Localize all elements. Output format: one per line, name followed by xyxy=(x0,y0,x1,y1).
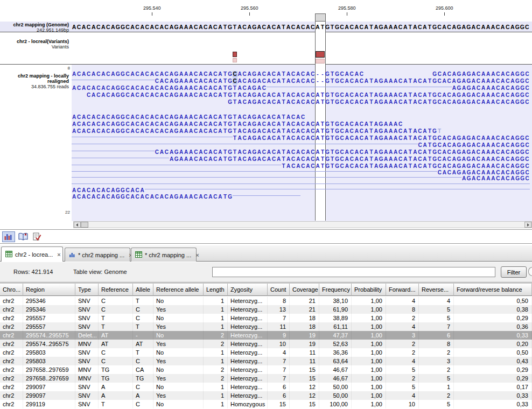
cell-probability[interactable]: 1,00 xyxy=(352,357,386,365)
read-row[interactable]: AGACAAACACAGGC xyxy=(461,174,530,181)
cell-count[interactable]: 6 xyxy=(268,391,290,400)
cell-chromosome[interactable]: chr2 xyxy=(0,383,23,391)
table-row[interactable]: chr2295557SNVTCNo1Heterozyg...71838,891,… xyxy=(0,314,532,322)
cell-region[interactable]: 295557 xyxy=(23,314,75,322)
cell-reverse[interactable]: 2 xyxy=(419,365,454,374)
cell-chromosome[interactable]: chr2 xyxy=(0,400,23,408)
cell-reference[interactable]: T xyxy=(99,322,133,331)
cell-forward[interactable]: 10 xyxy=(386,400,419,408)
cell-coverage[interactable]: 18 xyxy=(290,322,319,331)
filter-input[interactable] xyxy=(212,267,495,277)
cell-reverse[interactable]: 2 xyxy=(419,391,454,400)
table-row[interactable]: chr2295574..295575MNVATATYes2Heterozyg..… xyxy=(0,340,532,348)
read-row[interactable]: GTACAGACACATACACACATGTGCACACATAGAAACATAC… xyxy=(228,98,530,104)
cell-frequency[interactable]: 46,67 xyxy=(319,365,352,374)
cell-type[interactable]: SNV xyxy=(75,305,99,314)
cell-fr_balance[interactable]: 0,33 xyxy=(454,391,532,400)
cell-chromosome[interactable]: chr2 xyxy=(0,365,23,374)
cell-count[interactable]: 6 xyxy=(268,383,290,391)
side-panel-collapse-handle[interactable] xyxy=(528,267,532,276)
column-header-region[interactable]: Region xyxy=(23,283,75,296)
cell-reference_allele[interactable]: No xyxy=(153,365,204,374)
cell-region[interactable]: 297658..297659 xyxy=(23,374,75,383)
cell-coverage[interactable]: 21 xyxy=(290,297,319,305)
cell-frequency[interactable]: 38,10 xyxy=(319,297,352,305)
cell-reference[interactable]: C xyxy=(99,357,133,365)
cell-allele[interactable]: CA xyxy=(133,365,153,374)
cell-type[interactable]: SNV xyxy=(75,314,99,322)
cell-probability[interactable]: 1,00 xyxy=(352,374,386,383)
cell-type[interactable]: MNV xyxy=(75,340,99,348)
cell-length[interactable]: 2 xyxy=(204,374,228,383)
cell-frequency[interactable]: 36,36 xyxy=(319,348,352,357)
cell-probability[interactable]: 1,00 xyxy=(352,322,386,331)
column-header-probability[interactable]: Probability xyxy=(352,283,386,296)
read-row[interactable]: ACACACACAGGCACACACACAGAAACACACATGCACAGAC… xyxy=(72,70,364,76)
graph-view-button[interactable] xyxy=(2,231,15,242)
cell-fr_balance[interactable]: 0,36 xyxy=(454,322,532,331)
cell-allele[interactable]: T xyxy=(133,322,153,331)
cell-probability[interactable]: 1,00 xyxy=(352,305,386,314)
cell-fr_balance[interactable]: 0,33 xyxy=(454,331,532,340)
cell-count[interactable]: 13 xyxy=(268,305,290,314)
reference-sequence[interactable]: ACACACACAGGCACACACACAGAAACACACATGTACAGAC… xyxy=(72,23,529,30)
cell-coverage[interactable]: 12 xyxy=(290,391,319,400)
cell-chromosome[interactable]: chr2 xyxy=(0,297,23,305)
cell-reference[interactable]: T xyxy=(99,314,133,322)
cell-allele[interactable]: C xyxy=(133,400,153,408)
cell-frequency[interactable]: 63,64 xyxy=(319,357,352,365)
column-header-forward[interactable]: Forward... xyxy=(386,283,419,296)
genome-browser-view[interactable]: 295.540295.560295.580295.600 chr2 mappin… xyxy=(0,0,532,229)
filter-button[interactable]: Filter xyxy=(501,266,527,278)
cell-region[interactable]: 297658..297659 xyxy=(23,365,75,374)
cell-reference[interactable]: A xyxy=(99,391,133,400)
column-header-fr_balance[interactable]: Forward/reverse balance xyxy=(454,283,532,296)
cell-reference[interactable]: T xyxy=(99,400,133,408)
cell-type[interactable]: SNV xyxy=(75,383,99,391)
cell-type[interactable]: SNV xyxy=(75,357,99,365)
cell-coverage[interactable]: 15 xyxy=(290,365,319,374)
cell-reference[interactable]: C xyxy=(99,348,133,357)
variant-mark[interactable] xyxy=(233,52,237,57)
cell-forward[interactable]: 2 xyxy=(386,314,419,322)
cell-probability[interactable]: 1,00 xyxy=(352,383,386,391)
column-header-reverse[interactable]: Reverse... xyxy=(419,283,454,296)
cell-reference_allele[interactable]: No xyxy=(153,331,204,340)
read-row[interactable]: AGAAACACACATGTACAGACACATACACACATGTGCACAC… xyxy=(169,155,529,161)
cell-chromosome[interactable]: chr2 xyxy=(0,391,23,400)
cell-region[interactable]: 299097 xyxy=(23,383,75,391)
read-row[interactable]: ACACACACAGGCACACACACAGAAACACACATGTACAGAC… xyxy=(72,113,305,119)
cell-reference_allele[interactable]: Yes xyxy=(153,322,204,331)
column-header-frequency[interactable]: Frequency xyxy=(319,283,352,296)
cell-coverage[interactable]: 21 xyxy=(290,305,319,314)
cell-reverse[interactable]: 4 xyxy=(419,297,454,305)
cell-reference_allele[interactable]: No xyxy=(153,297,204,305)
cell-count[interactable]: 7 xyxy=(268,365,290,374)
cell-fr_balance[interactable]: 0,29 xyxy=(454,314,532,322)
cell-chromosome[interactable]: chr2 xyxy=(0,314,23,322)
cell-frequency[interactable]: 50,00 xyxy=(319,383,352,391)
cell-zygosity[interactable]: Heterozyg... xyxy=(228,331,268,340)
cell-reverse[interactable]: 6 xyxy=(419,331,454,340)
cell-zygosity[interactable]: Heterozyg... xyxy=(228,357,268,365)
cell-probability[interactable]: 1,00 xyxy=(352,340,386,348)
read-row[interactable]: TACAGACACATACACACATGTGCACACATAGAAACATACA… xyxy=(233,134,530,140)
cell-zygosity[interactable]: Homozygous xyxy=(228,400,268,408)
cell-fr_balance[interactable]: 0,50 xyxy=(454,348,532,357)
cell-frequency[interactable]: 61,11 xyxy=(319,322,352,331)
read-row[interactable]: ACACACACAGGCACACACACAGAAACACACATGTACAGAC xyxy=(72,84,267,90)
cell-forward[interactable]: 2 xyxy=(386,348,419,357)
cell-forward[interactable]: 8 xyxy=(386,305,419,314)
cell-length[interactable]: 1 xyxy=(204,348,228,357)
cell-reference_allele[interactable]: No xyxy=(153,348,204,357)
column-header-allele[interactable]: Allele xyxy=(133,283,153,296)
cell-allele[interactable]: A xyxy=(133,391,153,400)
cell-reference_allele[interactable]: No xyxy=(153,314,204,322)
read-row[interactable]: CACAGAAACACACATGTACAGACACATACACACATGTGCA… xyxy=(155,148,530,154)
cell-zygosity[interactable]: Heterozyg... xyxy=(228,340,268,348)
cell-chromosome[interactable]: chr2 xyxy=(0,357,23,365)
cell-allele[interactable]: C xyxy=(133,357,153,365)
cell-reverse[interactable]: 3 xyxy=(419,357,454,365)
cell-reference_allele[interactable]: Yes xyxy=(153,340,204,348)
cell-region[interactable]: 295574..295575 xyxy=(23,331,75,340)
